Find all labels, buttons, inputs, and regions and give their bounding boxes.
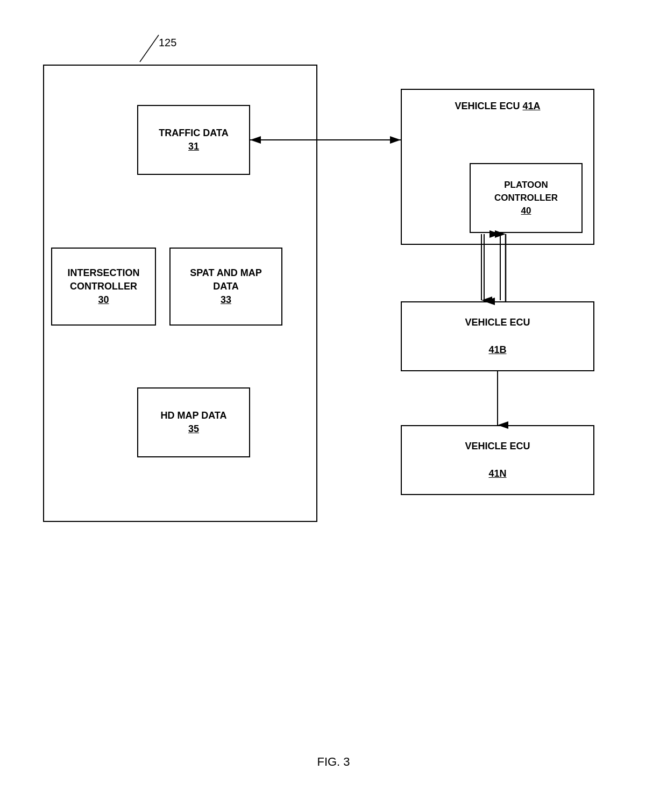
fig-caption: FIG. 3 bbox=[317, 755, 350, 769]
diagram-wrapper: 125 TRAFFIC DATA 31 INTERSECTION CONTROL… bbox=[0, 0, 667, 812]
arrows-svg bbox=[0, 0, 667, 812]
